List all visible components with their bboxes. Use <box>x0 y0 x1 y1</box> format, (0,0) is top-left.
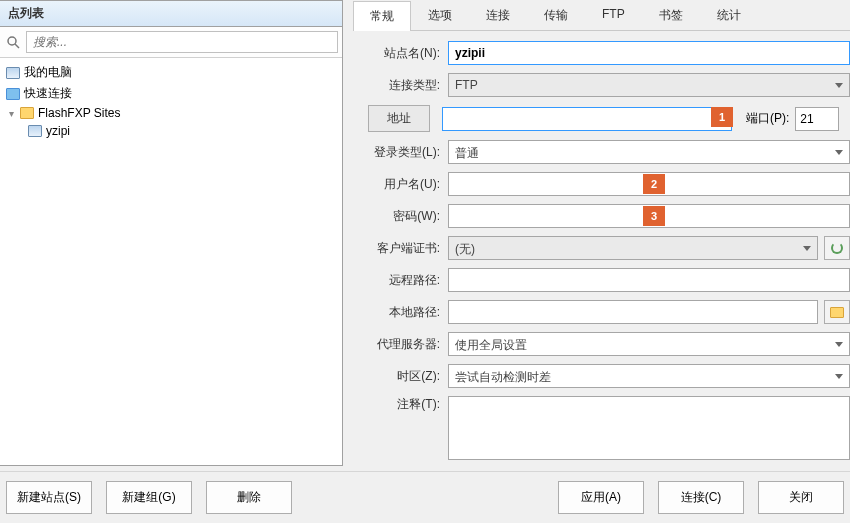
folder-icon <box>20 107 34 119</box>
local-path-label: 本地路径: <box>353 304 448 321</box>
remote-path-input[interactable] <box>448 268 850 292</box>
proxy-combo[interactable]: 使用全局设置 <box>448 332 850 356</box>
conn-type-label: 连接类型: <box>353 77 448 94</box>
tab-transfer[interactable]: 传输 <box>527 0 585 30</box>
folder-icon <box>6 88 20 100</box>
notes-label: 注释(T): <box>353 396 448 413</box>
tab-connection[interactable]: 连接 <box>469 0 527 30</box>
search-icon[interactable] <box>4 33 22 51</box>
site-list-header: 点列表 <box>0 1 342 27</box>
site-name-input[interactable] <box>448 41 850 65</box>
timezone-combo[interactable]: 尝试自动检测时差 <box>448 364 850 388</box>
username-input[interactable] <box>448 172 850 196</box>
password-input[interactable] <box>448 204 850 228</box>
proxy-label: 代理服务器: <box>353 336 448 353</box>
search-input[interactable] <box>26 31 338 53</box>
client-cert-label: 客户端证书: <box>353 240 448 257</box>
folder-icon <box>830 307 844 318</box>
refresh-icon <box>831 242 843 254</box>
bottom-toolbar: 新建站点(S) 新建组(G) 删除 应用(A) 连接(C) 关闭 <box>0 471 850 523</box>
cert-refresh-button[interactable] <box>824 236 850 260</box>
client-cert-combo[interactable]: (无) <box>448 236 818 260</box>
tree-site-yzipi[interactable]: yzipi <box>6 122 336 140</box>
search-row <box>0 27 342 58</box>
properties-panel: 常规 选项 连接 传输 FTP 书签 统计 站点名(N): 连接类型: FTP … <box>353 0 850 466</box>
connect-button[interactable]: 连接(C) <box>658 481 744 514</box>
login-type-label: 登录类型(L): <box>353 144 448 161</box>
tree-flashfxp-sites[interactable]: ▾ FlashFXP Sites <box>6 104 336 122</box>
login-type-combo[interactable]: 普通 <box>448 140 850 164</box>
tab-general[interactable]: 常规 <box>353 1 411 31</box>
tab-bookmarks[interactable]: 书签 <box>642 0 700 30</box>
site-name-label: 站点名(N): <box>353 45 448 62</box>
svg-point-0 <box>8 37 16 45</box>
tree-label: yzipi <box>46 124 70 138</box>
close-button[interactable]: 关闭 <box>758 481 844 514</box>
row-local-path: 本地路径: <box>353 300 850 324</box>
conn-type-combo[interactable]: FTP <box>448 73 850 97</box>
remote-path-label: 远程路径: <box>353 272 448 289</box>
browse-local-button[interactable] <box>824 300 850 324</box>
username-label: 用户名(U): <box>353 176 448 193</box>
tab-ftp[interactable]: FTP <box>585 0 642 30</box>
tab-options[interactable]: 选项 <box>411 0 469 30</box>
general-form: 站点名(N): 连接类型: FTP 地址 1 端口(P): 登录类型(L): 普… <box>353 31 850 460</box>
site-icon <box>28 125 42 137</box>
row-address: 地址 1 端口(P): <box>353 105 850 132</box>
row-username: 用户名(U): 2 <box>353 172 850 196</box>
site-list-panel: 点列表 我的电脑 快速连接 ▾ FlashFXP Sites yzipi <box>0 0 343 466</box>
row-timezone: 时区(Z): 尝试自动检测时差 <box>353 364 850 388</box>
new-site-button[interactable]: 新建站点(S) <box>6 481 92 514</box>
delete-button[interactable]: 删除 <box>206 481 292 514</box>
row-password: 密码(W): 3 <box>353 204 850 228</box>
row-site-name: 站点名(N): <box>353 41 850 65</box>
tree-label: 快速连接 <box>24 85 72 102</box>
site-tree: 我的电脑 快速连接 ▾ FlashFXP Sites yzipi <box>0 58 342 144</box>
apply-button[interactable]: 应用(A) <box>558 481 644 514</box>
row-remote-path: 远程路径: <box>353 268 850 292</box>
password-label: 密码(W): <box>353 208 448 225</box>
row-conn-type: 连接类型: FTP <box>353 73 850 97</box>
computer-icon <box>6 67 20 79</box>
timezone-label: 时区(Z): <box>353 368 448 385</box>
port-input[interactable] <box>795 107 839 131</box>
row-proxy: 代理服务器: 使用全局设置 <box>353 332 850 356</box>
caret-icon: ▾ <box>6 108 16 119</box>
svg-line-1 <box>15 44 19 48</box>
tab-stats[interactable]: 统计 <box>700 0 758 30</box>
row-client-cert: 客户端证书: (无) <box>353 236 850 260</box>
notes-textarea[interactable] <box>448 396 850 460</box>
new-group-button[interactable]: 新建组(G) <box>106 481 192 514</box>
tree-label: 我的电脑 <box>24 64 72 81</box>
tab-bar: 常规 选项 连接 传输 FTP 书签 统计 <box>353 0 850 31</box>
row-notes: 注释(T): <box>353 396 850 460</box>
row-login-type: 登录类型(L): 普通 <box>353 140 850 164</box>
local-path-input[interactable] <box>448 300 818 324</box>
tree-label: FlashFXP Sites <box>38 106 120 120</box>
tree-quick-connect[interactable]: 快速连接 <box>6 83 336 104</box>
tree-my-computer[interactable]: 我的电脑 <box>6 62 336 83</box>
address-button[interactable]: 地址 <box>368 105 430 132</box>
address-input[interactable] <box>442 107 732 131</box>
port-label: 端口(P): <box>732 110 795 127</box>
